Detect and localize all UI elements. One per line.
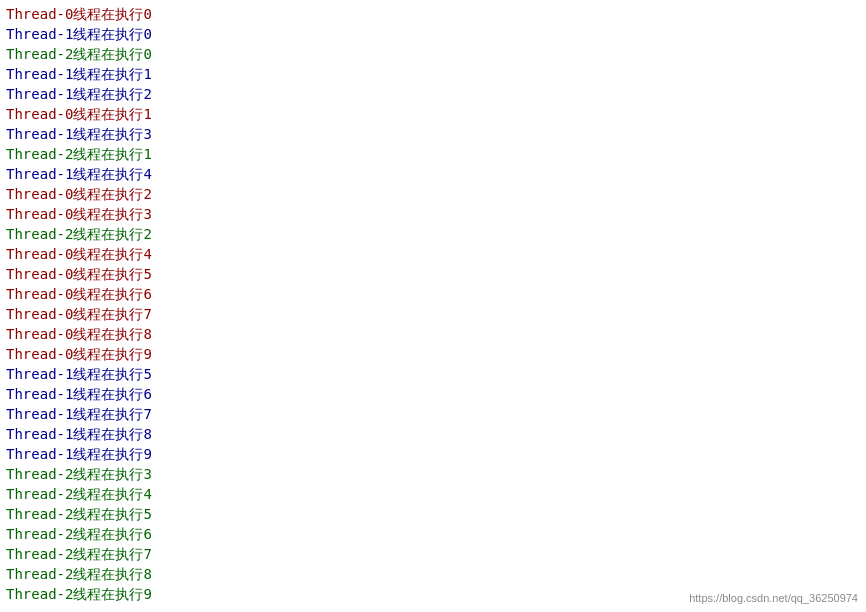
log-line: Thread-0线程在执行6	[6, 284, 860, 304]
log-line: Thread-0线程在执行3	[6, 204, 860, 224]
log-line: Thread-0线程在执行9	[6, 344, 860, 364]
log-line: Thread-1线程在执行4	[6, 164, 860, 184]
log-line: Thread-1线程在执行9	[6, 444, 860, 464]
watermark: https://blog.csdn.net/qq_36250974	[689, 592, 858, 604]
log-container: Thread-0线程在执行0Thread-1线程在执行0Thread-2线程在执…	[6, 4, 860, 604]
log-line: Thread-0线程在执行1	[6, 104, 860, 124]
log-line: Thread-2线程在执行7	[6, 544, 860, 564]
log-line: Thread-2线程在执行5	[6, 504, 860, 524]
log-line: Thread-0线程在执行2	[6, 184, 860, 204]
log-line: Thread-0线程在执行7	[6, 304, 860, 324]
log-line: Thread-2线程在执行8	[6, 564, 860, 584]
log-line: Thread-2线程在执行2	[6, 224, 860, 244]
log-line: Thread-1线程在执行6	[6, 384, 860, 404]
log-line: Thread-1线程在执行5	[6, 364, 860, 384]
log-line: Thread-0线程在执行4	[6, 244, 860, 264]
log-line: Thread-1线程在执行7	[6, 404, 860, 424]
log-line: Thread-0线程在执行5	[6, 264, 860, 284]
log-line: Thread-1线程在执行1	[6, 64, 860, 84]
log-line: Thread-1线程在执行0	[6, 24, 860, 44]
log-line: Thread-2线程在执行3	[6, 464, 860, 484]
log-line: Thread-2线程在执行6	[6, 524, 860, 544]
log-line: Thread-0线程在执行0	[6, 4, 860, 24]
log-line: Thread-2线程在执行1	[6, 144, 860, 164]
log-line: Thread-1线程在执行8	[6, 424, 860, 444]
log-line: Thread-0线程在执行8	[6, 324, 860, 344]
log-line: Thread-1线程在执行3	[6, 124, 860, 144]
log-line: Thread-2线程在执行0	[6, 44, 860, 64]
log-line: Thread-1线程在执行2	[6, 84, 860, 104]
log-line: Thread-2线程在执行4	[6, 484, 860, 504]
